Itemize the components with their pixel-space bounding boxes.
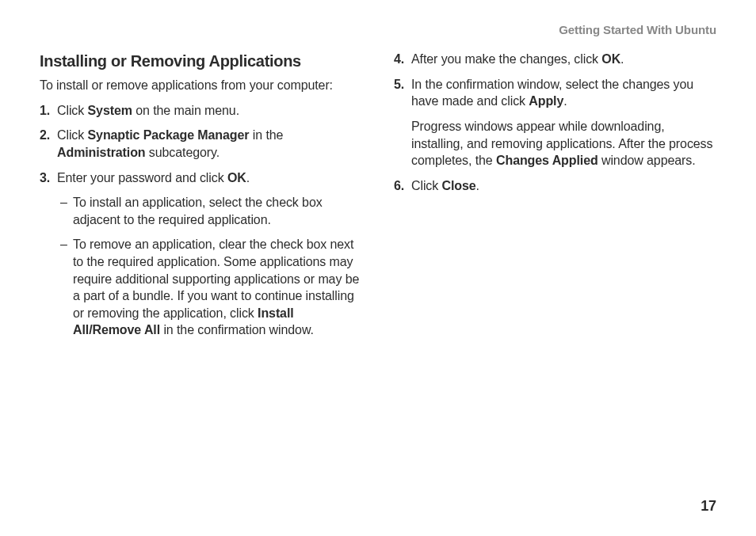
substep-text: To install an application, select the ch… xyxy=(73,196,323,226)
section-intro: To install or remove applications from y… xyxy=(40,77,362,94)
step-4: 4. After you make the changes, click OK. xyxy=(394,51,716,68)
left-column: Installing or Removing Applications To i… xyxy=(40,51,362,347)
text-run: . xyxy=(476,179,479,192)
step-3: 3. Enter your password and click OK. – T… xyxy=(40,169,362,339)
bold-run: Administration xyxy=(57,146,146,159)
text-run: Click xyxy=(411,179,442,192)
text-run: on the main menu. xyxy=(132,104,239,117)
steps-list-right: 4. After you make the changes, click OK.… xyxy=(394,51,716,194)
step-number: 3. xyxy=(40,169,50,187)
document-page: Getting Started With Ubuntu Installing o… xyxy=(0,0,756,536)
bold-run: OK xyxy=(227,171,246,184)
step-text: Click Synaptic Package Manager in the Ad… xyxy=(57,128,283,159)
text-run: window appears. xyxy=(598,154,696,167)
substep-remove: – To remove an application, clear the ch… xyxy=(57,236,362,339)
step-6: 6. Click Close. xyxy=(394,177,716,195)
text-run: in the confirmation window. xyxy=(160,323,314,336)
text-run: Click xyxy=(57,104,88,117)
text-run: . xyxy=(246,171,250,184)
text-run: To remove an application, clear the chec… xyxy=(73,238,359,319)
step-number: 6. xyxy=(394,177,404,195)
steps-list-left: 1. Click System on the main menu. 2. Cli… xyxy=(40,102,362,339)
section-title: Installing or Removing Applications xyxy=(40,51,362,72)
bold-run: Close xyxy=(442,179,476,192)
step-2: 2. Click Synaptic Package Manager in the… xyxy=(40,127,362,161)
substep-install: – To install an application, select the … xyxy=(57,194,362,228)
bold-run: Changes Applied xyxy=(496,154,598,167)
step-text: Click System on the main menu. xyxy=(57,104,239,117)
step-text: Enter your password and click OK. xyxy=(57,171,250,184)
text-run: in the xyxy=(249,128,283,142)
text-run: subcategory. xyxy=(146,146,220,159)
dash-icon: – xyxy=(60,194,67,211)
bold-run: Apply xyxy=(529,94,563,108)
step-number: 5. xyxy=(394,76,404,93)
bold-run: System xyxy=(88,104,132,117)
step-5: 5. In the confirmation window, select th… xyxy=(394,76,716,169)
text-run: Click xyxy=(57,128,88,142)
step-number: 4. xyxy=(394,51,404,68)
bold-run: OK xyxy=(601,52,620,66)
text-run: Enter your password and click xyxy=(57,171,227,184)
text-run: . xyxy=(620,52,624,66)
step-number: 1. xyxy=(40,102,50,120)
step-text: After you make the changes, click OK. xyxy=(411,52,624,66)
step-text: Click Close. xyxy=(411,179,479,192)
two-column-layout: Installing or Removing Applications To i… xyxy=(40,51,716,347)
substep-text: To remove an application, clear the chec… xyxy=(73,238,359,336)
right-column: 4. After you make the changes, click OK.… xyxy=(394,51,716,347)
bold-run: Synaptic Package Manager xyxy=(88,128,250,142)
text-run: After you make the changes, click xyxy=(411,52,601,66)
page-number: 17 xyxy=(701,496,716,515)
chapter-header: Getting Started With Ubuntu xyxy=(40,22,716,38)
step-text: In the confirmation window, select the c… xyxy=(411,78,693,108)
text-run: . xyxy=(563,94,567,108)
step-5-note: Progress windows appear while downloadin… xyxy=(411,118,716,169)
step-1: 1. Click System on the main menu. xyxy=(40,102,362,120)
step-number: 2. xyxy=(40,127,50,144)
dash-icon: – xyxy=(60,236,67,253)
